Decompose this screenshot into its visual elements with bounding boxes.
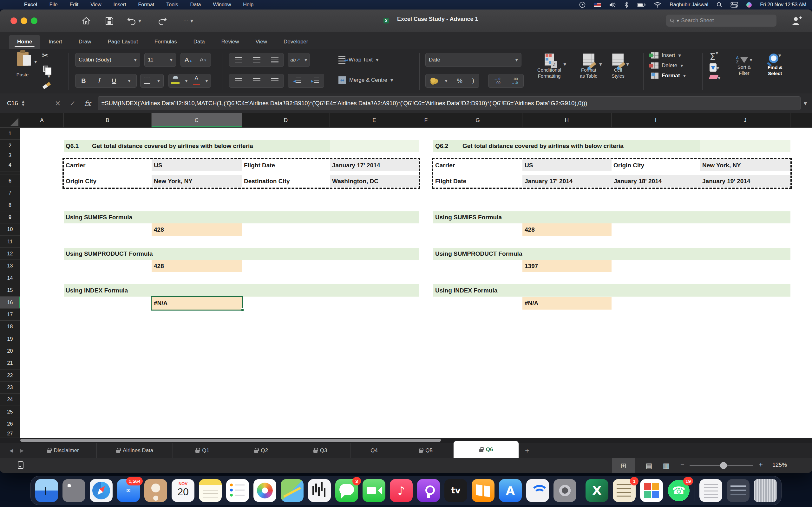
dock-audio-icon[interactable] — [308, 479, 331, 502]
menu-view[interactable]: View — [90, 2, 101, 8]
fill-color-dropdown-icon[interactable]: ▼ — [185, 79, 188, 83]
row-header-5[interactable] — [0, 171, 20, 175]
dock-appstore-icon[interactable]: A — [499, 479, 522, 502]
currency-button[interactable] — [430, 78, 436, 84]
dock-filestack-icon[interactable] — [727, 479, 750, 502]
align-top-icon[interactable] — [235, 57, 242, 62]
row-header-15[interactable]: 15 — [0, 284, 20, 297]
close-window-button[interactable] — [10, 17, 17, 24]
align-center-icon[interactable] — [253, 78, 260, 83]
font-size-select[interactable]: 11▼ — [144, 53, 176, 67]
cancel-entry-button[interactable]: ✕ — [55, 100, 61, 107]
dock-safari-icon[interactable] — [90, 479, 113, 502]
column-header-H[interactable]: H — [522, 113, 612, 128]
macro-indicator-icon[interactable] — [18, 461, 23, 469]
prev-sheet-button[interactable]: ◀ — [9, 448, 13, 453]
column-header-G[interactable]: G — [433, 113, 522, 128]
menu-excel[interactable]: Excel — [24, 2, 38, 8]
font-color-dropdown-icon[interactable]: ▼ — [205, 79, 208, 83]
menu-edit[interactable]: Edit — [70, 2, 79, 8]
row-header-24[interactable]: 24 — [0, 394, 20, 406]
menu-data[interactable]: Data — [190, 2, 201, 8]
bluetooth-icon[interactable] — [624, 0, 629, 9]
delete-cells-button[interactable]: Delete▼ — [651, 62, 686, 69]
dock-reminders-icon[interactable] — [226, 479, 249, 502]
merge-centre-button[interactable]: ↔ Merge & Centre▼ — [339, 76, 393, 84]
row-header-4[interactable]: 4 — [0, 159, 20, 171]
row-header-26[interactable]: 26 — [0, 418, 20, 430]
row-header-14[interactable]: 14 — [0, 272, 20, 284]
ribbon-tab-home[interactable]: Home — [9, 35, 40, 49]
dock-docsfolder-icon[interactable] — [699, 479, 722, 502]
underline-button[interactable]: U — [112, 77, 116, 84]
sheet-tab-disclaimer[interactable]: Disclaimer — [30, 443, 97, 458]
menu-window[interactable]: Window — [213, 2, 231, 8]
autosum-button[interactable]: Σ▼ — [710, 51, 720, 62]
cell-H13[interactable]: 1397 — [522, 260, 612, 272]
dock-excel-icon[interactable]: X — [586, 479, 608, 502]
row-header-16[interactable]: 16 — [0, 297, 20, 308]
menu-tools[interactable]: Tools — [166, 2, 178, 8]
increase-indent-icon[interactable]: ▸ — [311, 78, 319, 84]
undo-button[interactable]: ▼ — [127, 15, 141, 26]
column-header-E[interactable]: E — [330, 113, 419, 128]
clear-button[interactable]: ▼ — [710, 75, 720, 80]
cell-H16[interactable]: #N/A — [522, 297, 612, 309]
menu-format[interactable]: Format — [138, 2, 154, 8]
now-playing-icon[interactable] — [579, 0, 586, 9]
increase-decimal-button[interactable]: ←.0.00 — [494, 77, 500, 84]
fill-color-button[interactable] — [171, 76, 180, 86]
insert-cells-button[interactable]: Insert▼ — [651, 52, 686, 59]
row-header-21[interactable]: 21 — [0, 357, 20, 370]
name-box-spinner[interactable]: ▲▼ — [22, 100, 24, 107]
confirm-entry-button[interactable]: ✓ — [69, 100, 75, 107]
formula-input[interactable]: =SUM(INDEX('Airlines Data'!I2:I910,MATCH… — [98, 96, 801, 110]
sheet-tab-q5[interactable]: Q5 — [398, 443, 454, 458]
underline-dropdown-icon[interactable]: ▼ — [128, 79, 131, 83]
share-button[interactable] — [791, 15, 803, 26]
zoom-window-button[interactable] — [31, 17, 38, 24]
column-header-B[interactable]: B — [64, 113, 152, 128]
conditional-formatting-button[interactable]: ≠ ConditionalFormatting ▼ — [537, 54, 561, 79]
input-source-flag-icon[interactable] — [594, 0, 601, 9]
dock-grocery-icon[interactable]: 1 — [613, 479, 636, 502]
dock-music-icon[interactable]: ♪ — [390, 479, 413, 502]
search-scope-caret-icon[interactable]: ▼ — [676, 19, 679, 23]
shrink-font-button[interactable]: A▼ — [200, 57, 207, 63]
dock-finder-icon[interactable] — [35, 479, 58, 502]
dock-whatsapp-icon[interactable]: ☎19 — [667, 479, 690, 502]
battery-icon[interactable] — [637, 0, 646, 9]
next-sheet-button[interactable]: ▶ — [20, 448, 24, 453]
page-break-view-button[interactable]: ▥ — [657, 458, 675, 473]
currency-dropdown-icon[interactable]: ▼ — [445, 79, 447, 83]
redo-button[interactable] — [158, 15, 167, 26]
cut-button[interactable]: ✂ — [42, 51, 48, 60]
spotlight-icon[interactable] — [716, 0, 722, 9]
sort-filter-button[interactable]: AZ▼ Sort &Filter — [736, 55, 752, 76]
format-as-table-button[interactable]: Formatas Table ▼ — [580, 54, 598, 79]
align-middle-icon[interactable] — [253, 57, 260, 62]
row-header-6[interactable]: 6 — [0, 175, 20, 187]
column-header-J[interactable]: J — [700, 113, 791, 128]
row-header-13[interactable]: 13 — [0, 260, 20, 272]
formula-bar-expand-icon[interactable]: ▼ — [804, 101, 807, 106]
sheet-tab-q3[interactable]: Q3 — [290, 443, 351, 458]
ribbon-tab-data[interactable]: Data — [185, 35, 213, 49]
zoom-out-button[interactable]: − — [680, 461, 684, 469]
home-toolbar-icon[interactable] — [82, 15, 91, 26]
paste-button[interactable]: ▼ Paste — [11, 52, 34, 77]
row-header-1[interactable]: 1 — [0, 128, 20, 140]
cell-styles-button[interactable]: CellStyles ▼ — [612, 54, 624, 79]
paste-dropdown-icon[interactable]: ▼ — [34, 60, 37, 64]
sheet-tab-airlines-data[interactable]: Airlines Data — [97, 443, 173, 458]
dock-gridapp-icon[interactable] — [640, 479, 663, 502]
row-header-27[interactable]: 27 — [0, 430, 20, 438]
dock-tv-icon[interactable]: tv — [444, 479, 467, 502]
siri-icon[interactable] — [746, 0, 752, 9]
dock-facetime-icon[interactable] — [362, 479, 386, 502]
zoom-in-button[interactable]: + — [759, 461, 763, 469]
row-header-12[interactable]: 12 — [0, 248, 20, 260]
column-header-C[interactable]: C — [152, 113, 242, 128]
row-header-25[interactable]: 25 — [0, 406, 20, 418]
orientation-button[interactable]: ab↗ ▼ — [288, 53, 310, 67]
